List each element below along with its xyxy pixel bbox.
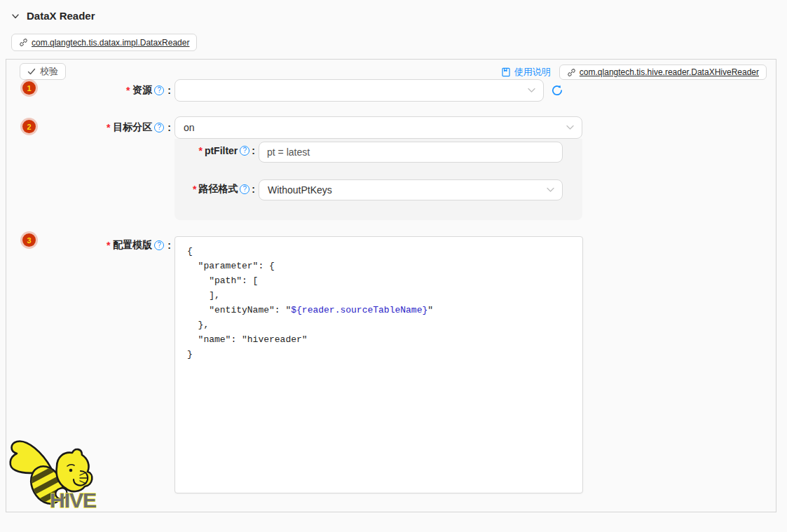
check-icon: [27, 67, 36, 76]
collapse-chevron-icon[interactable]: [11, 11, 20, 21]
resource-field-label: * 资源 ? :: [6, 83, 171, 97]
ptfilter-label: ptFilter: [205, 145, 238, 156]
config-template-label: 配置模版: [113, 239, 152, 252]
reader-class-label: com.qlangtech.tis.datax.impl.DataxReader: [32, 38, 189, 48]
help-icon[interactable]: ?: [240, 184, 249, 194]
required-asterisk: *: [193, 184, 196, 195]
partition-sub-form: * ptFilter ? : * 路径格式 ? : WithoutPtKeys: [174, 139, 582, 220]
help-icon[interactable]: ?: [154, 123, 164, 132]
target-partition-label: 目标分区: [113, 121, 152, 134]
chevron-down-icon: [547, 187, 554, 193]
panel-header-links: 使用说明 com.qlangtech.tis.hive.reader.DataX…: [501, 64, 767, 80]
help-icon[interactable]: ?: [154, 240, 164, 250]
target-partition-select[interactable]: on: [174, 116, 582, 139]
path-format-select[interactable]: WithoutPtKeys: [259, 179, 563, 200]
svg-text:HIVE: HIVE: [50, 489, 96, 510]
help-icon[interactable]: ?: [154, 86, 164, 95]
ptfilter-input[interactable]: [259, 142, 563, 163]
help-icon[interactable]: ?: [240, 146, 249, 156]
required-asterisk: *: [198, 145, 202, 156]
chevron-down-icon: [528, 88, 535, 93]
hive-logo: HIVE: [8, 432, 100, 510]
validate-button-label: 校验: [40, 65, 58, 78]
chevron-down-icon: [566, 125, 574, 130]
config-template-field-label: * 配置模版 ? :: [6, 238, 171, 252]
ptfilter-field-label: * ptFilter ? :: [174, 145, 255, 156]
resource-label: 资源: [132, 84, 152, 97]
usage-doc-label: 使用说明: [514, 66, 551, 79]
path-format-select-value: WithoutPtKeys: [268, 184, 332, 196]
validate-button[interactable]: 校验: [20, 63, 66, 80]
page-title: DataX Reader: [27, 10, 95, 22]
required-asterisk: *: [126, 85, 130, 96]
resource-select[interactable]: [174, 79, 544, 102]
document-icon: [501, 67, 511, 77]
plugin-form-panel: 校验 使用说明 com.qlangtech.tis.hive.reader.Da…: [6, 59, 776, 512]
link-icon: [19, 38, 28, 47]
refresh-icon[interactable]: [551, 84, 563, 97]
path-format-field-label: * 路径格式 ? :: [174, 183, 255, 196]
required-asterisk: *: [107, 240, 110, 251]
target-partition-select-value: on: [184, 122, 195, 133]
reader-class-link[interactable]: com.qlangtech.tis.datax.impl.DataxReader: [11, 34, 197, 51]
code-content: { "parameter": { "path": [ ], "entityNam…: [187, 244, 570, 362]
usage-doc-link[interactable]: 使用说明: [501, 66, 551, 79]
config-template-editor[interactable]: { "parameter": { "path": [ ], "entityNam…: [174, 236, 583, 493]
link-icon: [567, 68, 576, 77]
path-format-label: 路径格式: [198, 183, 238, 196]
impl-class-label: com.qlangtech.tis.hive.reader.DataXHiveR…: [580, 67, 759, 77]
impl-class-link[interactable]: com.qlangtech.tis.hive.reader.DataXHiveR…: [559, 64, 767, 80]
target-partition-field-label: * 目标分区 ? :: [6, 121, 171, 135]
required-asterisk: *: [107, 122, 110, 133]
